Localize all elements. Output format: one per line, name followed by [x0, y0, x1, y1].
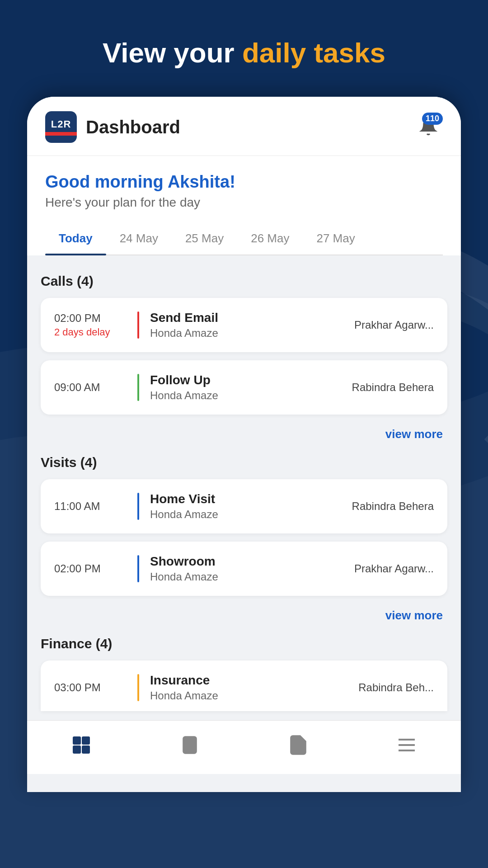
- date-tabs: Today 24 May 25 May 26 May 27 May: [45, 222, 443, 255]
- task-person: Prakhar Agarw...: [354, 562, 434, 575]
- calls-view-more-row: view more: [41, 423, 447, 450]
- calls-view-more-button[interactable]: view more: [385, 427, 443, 441]
- task-name: Insurance: [150, 673, 347, 688]
- task-person: Rabindra Behera: [352, 381, 434, 394]
- task-divider-orange: [137, 674, 139, 701]
- hero-title-highlight: daily tasks: [242, 37, 385, 68]
- nav-tasks[interactable]: [165, 730, 214, 760]
- svg-rect-1: [82, 737, 89, 744]
- task-time: 11:00 AM: [54, 500, 127, 513]
- grid-icon: [70, 734, 92, 756]
- task-info: Home Visit Honda Amaze: [150, 492, 341, 521]
- tasks-icon: [179, 734, 201, 756]
- greeting-text: Good morning Akshita!: [45, 172, 443, 192]
- nav-menu[interactable]: [382, 730, 431, 760]
- task-divider-blue-2: [137, 555, 139, 582]
- task-name: Follow Up: [150, 373, 341, 387]
- logo: L2R: [45, 111, 77, 143]
- task-info: Follow Up Honda Amaze: [150, 373, 341, 402]
- tab-27may[interactable]: 27 May: [303, 222, 368, 255]
- nav-reports[interactable]: [274, 730, 323, 760]
- logo-text: L2R: [51, 118, 71, 130]
- app-header-left: L2R Dashboard: [45, 111, 180, 143]
- task-time-block: 02:00 PM: [54, 562, 127, 575]
- task-info: Showroom Honda Amaze: [150, 554, 343, 583]
- task-time-block: 02:00 PM 2 days delay: [54, 312, 127, 338]
- tab-today[interactable]: Today: [45, 222, 106, 255]
- table-row[interactable]: 09:00 AM Follow Up Honda Amaze Rabindra …: [41, 360, 447, 415]
- task-divider-blue: [137, 493, 139, 520]
- greeting-sub: Here's your plan for the day: [45, 195, 443, 210]
- task-name: Showroom: [150, 554, 343, 569]
- tab-26may[interactable]: 26 May: [237, 222, 303, 255]
- visits-view-more-row: view more: [41, 604, 447, 632]
- task-time-block: 09:00 AM: [54, 381, 127, 394]
- finance-section-title: Finance (4): [41, 636, 447, 651]
- task-person: Rabindra Behera: [352, 500, 434, 513]
- nav-dashboard[interactable]: [57, 730, 106, 760]
- task-vehicle: Honda Amaze: [150, 389, 341, 402]
- visits-section-title: Visits (4): [41, 455, 447, 470]
- app-header: L2R Dashboard 110: [27, 97, 461, 156]
- task-vehicle: Honda Amaze: [150, 571, 343, 583]
- task-time: 09:00 AM: [54, 381, 127, 394]
- hero-title-part1: View your: [103, 37, 242, 68]
- logo-bar: [45, 132, 77, 136]
- task-time-block: 11:00 AM: [54, 500, 127, 513]
- task-time: 02:00 PM: [54, 562, 127, 575]
- svg-rect-3: [82, 746, 89, 753]
- app-title: Dashboard: [86, 117, 180, 137]
- calls-section-title: Calls (4): [41, 274, 447, 289]
- greeting-section: Good morning Akshita! Here's your plan f…: [27, 156, 461, 255]
- visits-view-more-button[interactable]: view more: [385, 609, 443, 623]
- table-row[interactable]: 11:00 AM Home Visit Honda Amaze Rabindra…: [41, 479, 447, 533]
- table-row[interactable]: 02:00 PM Showroom Honda Amaze Prakhar Ag…: [41, 542, 447, 596]
- tab-24may[interactable]: 24 May: [106, 222, 172, 255]
- task-time: 02:00 PM: [54, 312, 127, 325]
- notification-button[interactable]: 110: [414, 113, 443, 142]
- notification-badge: 110: [422, 113, 443, 125]
- svg-rect-0: [73, 737, 80, 744]
- task-delay: 2 days delay: [54, 326, 127, 338]
- task-divider-green: [137, 374, 139, 401]
- task-info: Insurance Honda Amaze: [150, 673, 347, 702]
- task-person: Prakhar Agarw...: [354, 319, 434, 331]
- hero-header: View your daily tasks: [0, 0, 488, 88]
- tab-25may[interactable]: 25 May: [172, 222, 237, 255]
- hero-title: View your daily tasks: [18, 36, 470, 70]
- reports-icon: [287, 734, 309, 756]
- task-time: 03:00 PM: [54, 681, 127, 694]
- task-name: Send Email: [150, 311, 343, 325]
- task-vehicle: Honda Amaze: [150, 327, 343, 340]
- menu-icon: [396, 734, 418, 756]
- task-time-block: 03:00 PM: [54, 681, 127, 694]
- bottom-nav: [27, 720, 461, 774]
- task-person: Rabindra Beh...: [358, 681, 434, 694]
- task-name: Home Visit: [150, 492, 341, 506]
- phone-card: L2R Dashboard 110 Good morning Akshita! …: [27, 97, 461, 792]
- task-vehicle: Honda Amaze: [150, 689, 347, 702]
- svg-rect-2: [73, 746, 80, 753]
- task-divider-red: [137, 311, 139, 339]
- task-vehicle: Honda Amaze: [150, 508, 341, 521]
- task-info: Send Email Honda Amaze: [150, 311, 343, 340]
- table-row[interactable]: 03:00 PM Insurance Honda Amaze Rabindra …: [41, 660, 447, 711]
- content-area: Calls (4) 02:00 PM 2 days delay Send Ema…: [27, 255, 461, 711]
- table-row[interactable]: 02:00 PM 2 days delay Send Email Honda A…: [41, 298, 447, 352]
